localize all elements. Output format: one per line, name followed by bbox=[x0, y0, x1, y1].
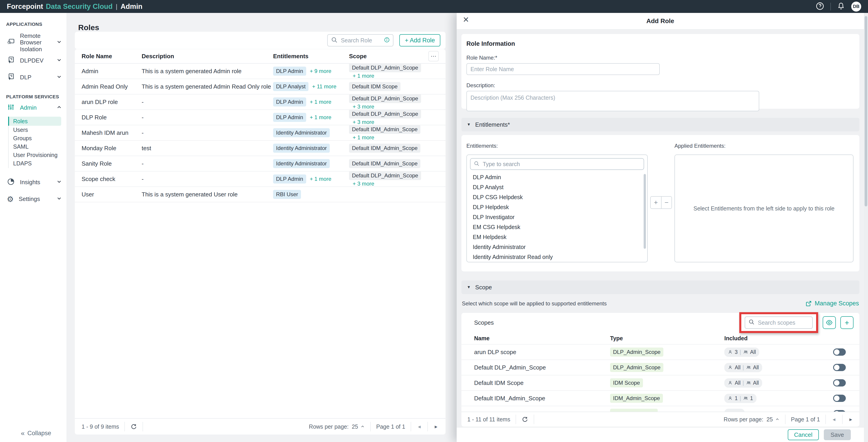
add-entitlement-button[interactable]: + bbox=[651, 197, 661, 209]
description-field[interactable] bbox=[466, 91, 759, 111]
scope-section-header[interactable]: ▼ Scope bbox=[461, 281, 859, 294]
sidebar-item-admin[interactable]: Admin bbox=[0, 99, 67, 116]
role-description: - bbox=[142, 114, 273, 121]
column-entitlements: Entitlements bbox=[273, 53, 349, 60]
refresh-button[interactable] bbox=[130, 423, 137, 430]
page-scrollbar[interactable] bbox=[864, 13, 868, 442]
scope-toggle[interactable] bbox=[833, 379, 846, 386]
scope-row[interactable]: arun DLP scope DLP_Admin_Scope 3 | All bbox=[461, 344, 859, 359]
add-scope-button[interactable]: + bbox=[840, 316, 854, 329]
divider bbox=[124, 422, 125, 431]
entitlements-more-link[interactable]: + 1 more bbox=[310, 176, 331, 182]
table-options-button[interactable]: ⋯ bbox=[428, 51, 439, 61]
scope-more-link[interactable]: + 3 more bbox=[353, 119, 374, 125]
applied-empty-text: Select Entitlements from the left side t… bbox=[693, 205, 835, 212]
table-row[interactable]: Monday Role test Identity Administrator … bbox=[75, 141, 445, 156]
included-pill: All | All bbox=[724, 378, 762, 388]
table-row[interactable]: DLP Role - DLP Admin+ 1 more Default DLP… bbox=[75, 110, 445, 125]
remove-entitlement-button[interactable]: − bbox=[661, 197, 672, 209]
scopes-card: Scopes bbox=[461, 313, 859, 426]
role-search-input[interactable] bbox=[340, 37, 381, 44]
previous-page-button[interactable]: ◂ bbox=[416, 423, 422, 430]
table-row[interactable]: User This is a system generated User rol… bbox=[75, 187, 445, 202]
next-page-button[interactable]: ▸ bbox=[433, 423, 439, 430]
entitlement-option[interactable]: Identity Administrator bbox=[470, 242, 644, 252]
scope-toggle[interactable] bbox=[833, 394, 846, 402]
entitlement-option[interactable]: EM Helpdesk bbox=[470, 232, 644, 242]
scope-row[interactable]: Default DLP_Admin_Scope DLP_Admin_Scope … bbox=[461, 359, 859, 375]
sidebar-item-insights[interactable]: Insights bbox=[0, 174, 67, 191]
table-row[interactable]: Admin This is a system generated Admin r… bbox=[75, 64, 445, 79]
scope-toggle[interactable] bbox=[833, 364, 846, 371]
entitlement-option[interactable]: DLP CSG Helpdesk bbox=[470, 192, 644, 202]
divider bbox=[785, 415, 785, 424]
sidebar-item-remote-browser-isolation[interactable]: Remote Browser Isolation bbox=[0, 33, 67, 52]
page-scrollbar-thumb[interactable] bbox=[865, 16, 867, 207]
entitlements-section-header[interactable]: ▼ Entitlements* bbox=[461, 118, 859, 131]
scope-toggle[interactable] bbox=[833, 348, 846, 356]
entitlement-option[interactable]: DLP Analyst bbox=[470, 182, 644, 192]
view-scopes-button[interactable] bbox=[823, 316, 836, 329]
manage-scopes-link[interactable]: Manage Scopes bbox=[805, 300, 859, 307]
included-pill: All | All bbox=[724, 363, 762, 372]
scope-more-link[interactable]: + 1 more bbox=[353, 134, 374, 140]
scope-more-link[interactable]: + 3 more bbox=[353, 181, 374, 187]
table-row[interactable]: Sanity Role - Identity Administrator Def… bbox=[75, 156, 445, 171]
scope-row[interactable]: Default IDM_Admin_Scope IDM_Admin_Scope … bbox=[461, 390, 859, 406]
eye-icon bbox=[826, 319, 833, 326]
scope-row[interactable]: Default IDM Scope IDM Scope All | All bbox=[461, 375, 859, 390]
sidebar-item-ldaps[interactable]: LDAPS bbox=[9, 159, 61, 168]
table-row[interactable]: Mahesh IDM arun - Identity Administrator… bbox=[75, 125, 445, 141]
sidebar-item-saml[interactable]: SAML bbox=[9, 143, 61, 151]
entitlement-option[interactable]: EM CSG Helpdesk bbox=[470, 222, 644, 232]
table-row[interactable]: Admin Read Only This is a system generat… bbox=[75, 79, 445, 94]
avatar[interactable]: DB bbox=[851, 2, 861, 11]
roles-pagination: 1 - 9 of 9 items Rows per page: 25 Page … bbox=[75, 418, 445, 435]
sidebar-item-user-provisioning[interactable]: User Provisioning bbox=[9, 151, 61, 159]
scope-badge: Default IDM_Admin_Scope bbox=[349, 144, 421, 153]
entitlement-option[interactable]: DLP Admin bbox=[470, 172, 644, 182]
divider bbox=[411, 422, 411, 431]
chevron-down-icon bbox=[56, 179, 62, 186]
refresh-button[interactable] bbox=[522, 416, 528, 423]
table-empty-space bbox=[75, 202, 445, 418]
sidebar-item-groups[interactable]: Groups bbox=[9, 134, 61, 143]
entitlements-search-box bbox=[470, 158, 644, 170]
scope-more-link[interactable]: + 1 more bbox=[353, 73, 374, 79]
entitlements-more-link[interactable]: + 9 more bbox=[310, 68, 331, 74]
close-icon[interactable]: × bbox=[462, 14, 470, 25]
entitlements-more-link[interactable]: + 1 more bbox=[310, 114, 331, 120]
sidebar-item-users[interactable]: Users bbox=[9, 126, 61, 134]
included-users-count: All bbox=[735, 365, 741, 371]
previous-page-button[interactable]: ◂ bbox=[831, 416, 837, 422]
entitlements-more-link[interactable]: + 11 more bbox=[312, 83, 336, 90]
cancel-button[interactable]: Cancel bbox=[788, 429, 819, 440]
notifications-button[interactable] bbox=[837, 2, 845, 11]
scope-more-link[interactable]: + 3 more bbox=[353, 103, 374, 109]
sidebar-collapse-button[interactable]: « Collapse bbox=[21, 429, 51, 437]
role-scope: Default IDM_Admin_Scope bbox=[349, 144, 439, 153]
sidebar-item-dlpdev[interactable]: DLPDEV bbox=[0, 52, 67, 69]
rows-per-page-select[interactable]: 25 bbox=[352, 423, 365, 430]
table-row[interactable]: Scope check - DLP Admin+ 1 more Default … bbox=[75, 171, 445, 187]
table-row[interactable]: arun DLP role - DLP Admin+ 1 more Defaul… bbox=[75, 94, 445, 110]
drawer-header: × Add Role bbox=[457, 13, 864, 29]
sidebar-item-dlp[interactable]: DLP bbox=[0, 69, 67, 86]
help-button[interactable] bbox=[815, 2, 825, 11]
role-information-heading: Role Information bbox=[466, 40, 855, 48]
entitlement-option[interactable]: Identity Administrator Read only bbox=[470, 252, 644, 262]
sidebar-item-roles[interactable]: Roles bbox=[9, 117, 61, 126]
next-page-button[interactable]: ▸ bbox=[848, 416, 854, 422]
entitlements-search-input[interactable] bbox=[482, 161, 641, 168]
scope-toggle[interactable] bbox=[833, 410, 846, 412]
entitlement-option[interactable]: DLP Helpdesk bbox=[470, 202, 644, 212]
role-name-field[interactable] bbox=[466, 63, 660, 75]
entitlements-more-link[interactable]: + 1 more bbox=[310, 99, 331, 105]
toggle-knob bbox=[834, 396, 839, 401]
scope-search-input[interactable] bbox=[757, 319, 809, 326]
list-scrollbar-thumb[interactable] bbox=[644, 174, 646, 249]
rows-per-page-select[interactable]: 25 bbox=[767, 416, 780, 423]
sidebar-item-settings[interactable]: ⚙ Settings bbox=[0, 191, 67, 208]
entitlement-option[interactable]: DLP Investigator bbox=[470, 212, 644, 222]
add-role-button[interactable]: + Add Role bbox=[399, 34, 440, 46]
